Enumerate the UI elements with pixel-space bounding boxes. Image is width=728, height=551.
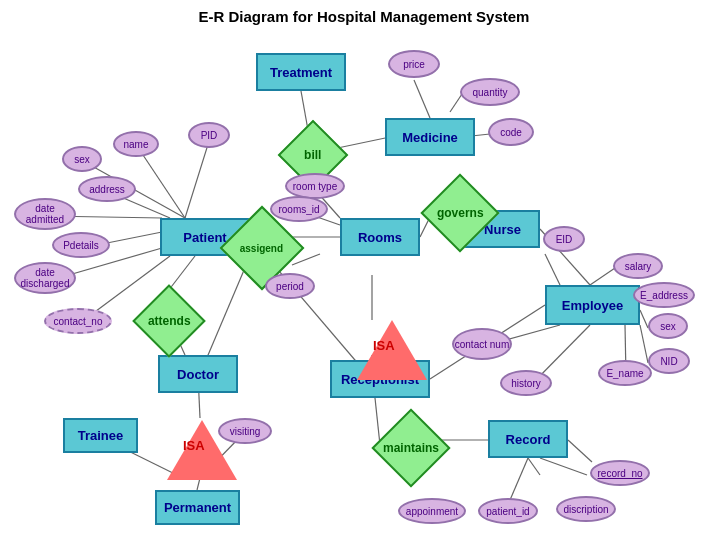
svg-line-43: [568, 440, 592, 462]
entity-permanent: Permanent: [155, 490, 240, 525]
svg-line-29: [545, 254, 560, 285]
entity-record: Record: [488, 420, 568, 458]
attr-name: name: [113, 131, 159, 157]
svg-line-40: [528, 458, 540, 475]
attr-record-no: record_no: [590, 460, 650, 486]
svg-line-4: [450, 94, 462, 112]
attr-contact-num: contact num: [452, 328, 512, 360]
relation-attends: attends: [132, 284, 206, 358]
svg-line-7: [137, 146, 185, 218]
attr-e-name: E_name: [598, 360, 652, 386]
svg-line-33: [640, 325, 648, 363]
svg-line-8: [185, 138, 210, 218]
entity-treatment: Treatment: [256, 53, 346, 91]
entity-medicine: Medicine: [385, 118, 475, 156]
svg-line-30: [590, 268, 615, 285]
attr-sex: sex: [62, 146, 102, 172]
attr-appoint: appoinment: [398, 498, 466, 524]
attr-eid: EID: [543, 226, 585, 252]
entity-doctor: Doctor: [158, 355, 238, 393]
attr-discription: discription: [556, 496, 616, 522]
diagram-title: E-R Diagram for Hospital Management Syst…: [0, 0, 728, 29]
entity-trainee: Trainee: [63, 418, 138, 453]
attr-period: period: [265, 273, 315, 299]
attr-visiting: visiting: [218, 418, 272, 444]
attr-sex-emp: sex: [648, 313, 688, 339]
entity-rooms: Rooms: [340, 218, 420, 256]
attr-patient-id: patient_id: [478, 498, 538, 524]
attr-date-discharged: date discharged: [14, 262, 76, 294]
attr-pid: PID: [188, 122, 230, 148]
attr-code: code: [488, 118, 534, 146]
attr-quantity: quantity: [460, 78, 520, 106]
attr-room-type: room type: [285, 173, 345, 199]
attr-date-admitted: date admitted: [14, 198, 76, 230]
er-diagram-canvas: E-R Diagram for Hospital Management Syst…: [0, 0, 728, 551]
relation-maintains: maintains: [371, 408, 450, 487]
attr-salary: salary: [613, 253, 663, 279]
svg-line-32: [640, 310, 648, 328]
svg-line-41: [510, 458, 528, 500]
svg-line-3: [414, 80, 430, 118]
svg-line-39: [375, 398, 380, 445]
svg-line-42: [540, 458, 587, 475]
entity-employee: Employee: [545, 285, 640, 325]
attr-address: address: [78, 176, 136, 202]
attr-price: price: [388, 50, 440, 78]
attr-history: history: [500, 370, 552, 396]
attr-contact-no: contact_no: [44, 308, 112, 334]
attr-e-address: E_address: [633, 282, 695, 308]
attr-rooms-id: rooms_id: [270, 196, 328, 222]
attr-pdetails: Pdetails: [52, 232, 110, 258]
attr-nid: NID: [648, 348, 690, 374]
